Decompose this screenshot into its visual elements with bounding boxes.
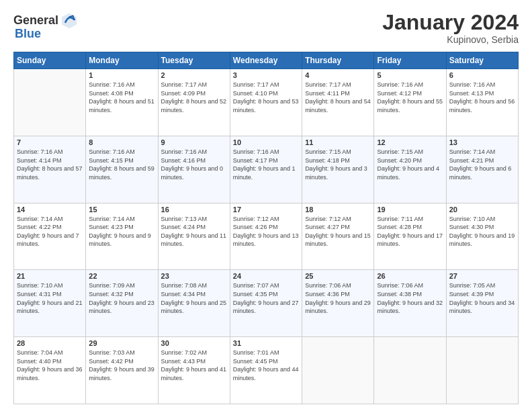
day-of-week-header: Tuesday: [158, 52, 230, 69]
day-info: Sunrise: 7:16 AMSunset: 4:17 PMDaylight:…: [233, 148, 299, 181]
day-number: 20: [449, 205, 515, 214]
calendar-day-cell: 21Sunrise: 7:10 AMSunset: 4:31 PMDayligh…: [14, 270, 86, 337]
day-info: Sunrise: 7:10 AMSunset: 4:31 PMDaylight:…: [17, 281, 83, 315]
calendar-table: SundayMondayTuesdayWednesdayThursdayFrid…: [13, 52, 519, 404]
day-info: Sunrise: 7:06 AMSunset: 4:36 PMDaylight:…: [305, 281, 371, 315]
calendar-day-cell: 14Sunrise: 7:14 AMSunset: 4:22 PMDayligh…: [14, 203, 86, 270]
calendar-day-cell: 20Sunrise: 7:10 AMSunset: 4:30 PMDayligh…: [446, 203, 518, 270]
day-number: 19: [377, 205, 443, 214]
day-info: Sunrise: 7:16 AMSunset: 4:13 PMDaylight:…: [449, 81, 515, 114]
day-number: 28: [17, 339, 83, 347]
calendar-day-cell: 6Sunrise: 7:16 AMSunset: 4:13 PMDaylight…: [446, 69, 518, 136]
calendar-day-cell: 23Sunrise: 7:08 AMSunset: 4:34 PMDayligh…: [158, 270, 230, 337]
day-number: 10: [233, 138, 299, 146]
day-number: 2: [161, 71, 227, 79]
day-info: Sunrise: 7:02 AMSunset: 4:43 PMDaylight:…: [161, 349, 227, 382]
day-info: Sunrise: 7:10 AMSunset: 4:30 PMDaylight:…: [449, 215, 515, 248]
day-info: Sunrise: 7:17 AMSunset: 4:09 PMDaylight:…: [161, 81, 227, 114]
day-info: Sunrise: 7:01 AMSunset: 4:45 PMDaylight:…: [233, 349, 299, 382]
title-section: January 2024 Kupinovo, Serbia: [382, 11, 519, 45]
day-info: Sunrise: 7:14 AMSunset: 4:23 PMDaylight:…: [89, 215, 154, 248]
day-number: 5: [377, 71, 443, 79]
day-number: 4: [305, 71, 371, 79]
day-of-week-header: Sunday: [14, 52, 86, 69]
calendar-day-cell: [374, 337, 446, 404]
calendar-day-cell: 22Sunrise: 7:09 AMSunset: 4:32 PMDayligh…: [86, 270, 158, 337]
day-number: 7: [17, 138, 83, 146]
day-info: Sunrise: 7:14 AMSunset: 4:22 PMDaylight:…: [17, 215, 83, 248]
day-of-week-header: Thursday: [302, 52, 374, 69]
day-info: Sunrise: 7:16 AMSunset: 4:16 PMDaylight:…: [161, 148, 227, 181]
calendar-day-cell: 9Sunrise: 7:16 AMSunset: 4:16 PMDaylight…: [158, 136, 230, 203]
calendar-day-cell: 3Sunrise: 7:17 AMSunset: 4:10 PMDaylight…: [230, 69, 302, 136]
logo-icon: [60, 11, 79, 30]
calendar-day-cell: 2Sunrise: 7:17 AMSunset: 4:09 PMDaylight…: [158, 69, 230, 136]
svg-marker-0: [62, 13, 77, 28]
calendar-week-row: 1Sunrise: 7:16 AMSunset: 4:08 PMDaylight…: [14, 69, 519, 136]
day-number: 9: [161, 138, 227, 146]
day-number: 29: [89, 339, 154, 347]
day-of-week-header: Friday: [374, 52, 446, 69]
calendar-day-cell: 25Sunrise: 7:06 AMSunset: 4:36 PMDayligh…: [302, 270, 374, 337]
logo-blue-text: Blue: [15, 27, 41, 41]
day-number: 1: [89, 71, 154, 79]
page: General Blue January 2024 Kupinovo, Serb…: [0, 0, 532, 411]
day-info: Sunrise: 7:07 AMSunset: 4:35 PMDaylight:…: [233, 281, 299, 315]
calendar-day-cell: 12Sunrise: 7:15 AMSunset: 4:20 PMDayligh…: [374, 136, 446, 203]
day-info: Sunrise: 7:16 AMSunset: 4:08 PMDaylight:…: [89, 81, 154, 114]
calendar-day-cell: 13Sunrise: 7:14 AMSunset: 4:21 PMDayligh…: [446, 136, 518, 203]
day-number: 31: [233, 339, 299, 347]
day-info: Sunrise: 7:12 AMSunset: 4:27 PMDaylight:…: [305, 215, 371, 248]
day-number: 16: [161, 205, 227, 214]
calendar-day-cell: 4Sunrise: 7:17 AMSunset: 4:11 PMDaylight…: [302, 69, 374, 136]
location: Kupinovo, Serbia: [382, 34, 519, 45]
calendar-day-cell: [302, 337, 374, 404]
day-info: Sunrise: 7:16 AMSunset: 4:15 PMDaylight:…: [89, 148, 154, 181]
day-info: Sunrise: 7:14 AMSunset: 4:21 PMDaylight:…: [449, 148, 515, 181]
calendar-day-cell: 8Sunrise: 7:16 AMSunset: 4:15 PMDaylight…: [86, 136, 158, 203]
day-number: 13: [449, 138, 515, 146]
calendar-day-cell: [14, 69, 86, 136]
day-info: Sunrise: 7:04 AMSunset: 4:40 PMDaylight:…: [17, 349, 83, 382]
day-info: Sunrise: 7:11 AMSunset: 4:28 PMDaylight:…: [377, 215, 443, 248]
calendar-day-cell: 7Sunrise: 7:16 AMSunset: 4:14 PMDaylight…: [14, 136, 86, 203]
day-number: 27: [449, 272, 515, 280]
day-of-week-header: Wednesday: [230, 52, 302, 69]
day-number: 6: [449, 71, 515, 79]
day-info: Sunrise: 7:08 AMSunset: 4:34 PMDaylight:…: [161, 281, 227, 315]
logo-general-text: General: [13, 13, 58, 28]
day-info: Sunrise: 7:09 AMSunset: 4:32 PMDaylight:…: [89, 281, 154, 315]
day-number: 21: [17, 272, 83, 280]
day-number: 8: [89, 138, 154, 146]
day-info: Sunrise: 7:17 AMSunset: 4:11 PMDaylight:…: [305, 81, 371, 114]
calendar-day-cell: 26Sunrise: 7:06 AMSunset: 4:38 PMDayligh…: [374, 270, 446, 337]
day-info: Sunrise: 7:16 AMSunset: 4:12 PMDaylight:…: [377, 81, 443, 114]
calendar-day-cell: 19Sunrise: 7:11 AMSunset: 4:28 PMDayligh…: [374, 203, 446, 270]
day-number: 3: [233, 71, 299, 79]
day-of-week-header: Monday: [86, 52, 158, 69]
day-number: 30: [161, 339, 227, 347]
calendar-day-cell: 30Sunrise: 7:02 AMSunset: 4:43 PMDayligh…: [158, 337, 230, 404]
day-of-week-header: Saturday: [446, 52, 518, 69]
calendar-day-cell: [446, 337, 518, 404]
day-number: 17: [233, 205, 299, 214]
month-title: January 2024: [382, 11, 519, 34]
calendar-day-cell: 5Sunrise: 7:16 AMSunset: 4:12 PMDaylight…: [374, 69, 446, 136]
day-number: 14: [17, 205, 83, 214]
day-info: Sunrise: 7:15 AMSunset: 4:20 PMDaylight:…: [377, 148, 443, 181]
calendar-day-cell: 27Sunrise: 7:05 AMSunset: 4:39 PMDayligh…: [446, 270, 518, 337]
calendar-day-cell: 1Sunrise: 7:16 AMSunset: 4:08 PMDaylight…: [86, 69, 158, 136]
day-number: 11: [305, 138, 371, 146]
day-number: 24: [233, 272, 299, 280]
day-number: 26: [377, 272, 443, 280]
day-number: 22: [89, 272, 154, 280]
day-info: Sunrise: 7:06 AMSunset: 4:38 PMDaylight:…: [377, 281, 443, 315]
day-info: Sunrise: 7:16 AMSunset: 4:14 PMDaylight:…: [17, 148, 83, 181]
day-number: 23: [161, 272, 227, 280]
calendar-day-cell: 24Sunrise: 7:07 AMSunset: 4:35 PMDayligh…: [230, 270, 302, 337]
day-info: Sunrise: 7:05 AMSunset: 4:39 PMDaylight:…: [449, 281, 515, 315]
header: General Blue January 2024 Kupinovo, Serb…: [13, 11, 519, 45]
calendar-week-row: 21Sunrise: 7:10 AMSunset: 4:31 PMDayligh…: [14, 270, 519, 337]
day-number: 12: [377, 138, 443, 146]
day-info: Sunrise: 7:13 AMSunset: 4:24 PMDaylight:…: [161, 215, 227, 248]
